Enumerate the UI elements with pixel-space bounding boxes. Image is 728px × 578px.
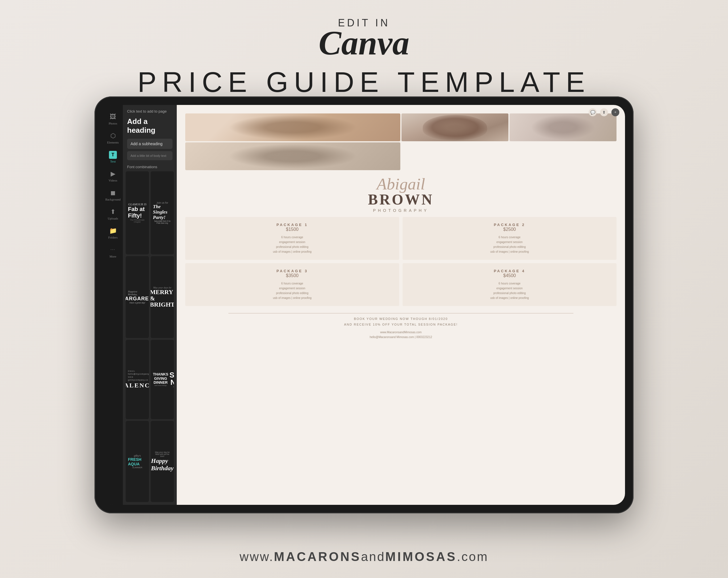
photographer-name: Abigail BROWN PHOTOGRAPHY [368, 176, 434, 213]
footer-and: and [361, 550, 385, 563]
fc-thanks-main: THANKSGIVINGDINNER [153, 372, 168, 385]
package-1-price: $1500 [191, 227, 393, 232]
fc-valence-small: EMAILhello@mycompany.comWEBgetmycompany.… [128, 370, 147, 382]
sidebar-item-photos[interactable]: 🖼 Photos [104, 111, 122, 127]
fc-fab-sub: The Penultimate Chapter [128, 219, 147, 223]
photo-overlay-4 [185, 142, 400, 170]
package-card-3: PACKAGE 3 $3500 6 hours coverageengageme… [185, 263, 399, 306]
add-body-button[interactable]: Add a little bit of body text [127, 151, 173, 160]
photo-person-1 [228, 115, 358, 140]
sidebar-item-videos[interactable]: ▶ Videos [104, 167, 122, 184]
font-combo-merry[interactable]: May your days be MERRY& BRIGHT [151, 256, 174, 338]
canvas-content: Abigail BROWN PHOTOGRAPHY PACKAGE 1 $150… [177, 105, 625, 505]
photo-overlay-3 [510, 113, 617, 141]
sidebar-item-background[interactable]: ◼ Background [104, 187, 122, 203]
fc-valence-main: VALENCE [126, 382, 149, 389]
font-combo-fresh-aqua[interactable]: gilby's FRESH AQUA SUMMER [126, 421, 149, 502]
font-combinations-label: Font combinations [123, 161, 177, 171]
comment-icon[interactable]: 💬 [589, 108, 597, 116]
promo-line-1: BOOK YOUR WEDDING NOW THOUGH 8/01/2020 [354, 317, 448, 320]
add-icon[interactable]: + [612, 108, 619, 116]
font-combos-grid: GLAMOUR IS Fab at Fifty! The Penultimate… [123, 171, 177, 505]
fc-singles-main: The Singles Party! [153, 204, 172, 220]
videos-icon: ▶ [109, 170, 117, 178]
package-3-details: 6 hours coverageengagement sessionprofes… [191, 281, 393, 300]
promo-line-2: AND RECEIVE 10% OFF YOUR TOTAL SESSION P… [344, 323, 458, 326]
fc-fresh-sub: SUMMER [132, 466, 142, 469]
fc-merry-main: MERRY& BRIGHT [151, 289, 174, 308]
font-combo-fab-fifty[interactable]: GLAMOUR IS Fab at Fifty! The Penultimate… [126, 171, 149, 255]
text-label: Text [110, 160, 115, 163]
folders-icon: 📁 [109, 227, 117, 235]
share-icon[interactable]: ⬆ [600, 108, 608, 116]
tablet-wrapper: 🖼 Photos ⬡ Elements T Text ▶ Videos [95, 97, 633, 513]
package-4-price: $4500 [408, 273, 611, 278]
footer-mimosas: MIMOSAS [385, 550, 457, 563]
fc-fresh-small: gilby's [134, 454, 141, 457]
photo-grid [185, 113, 617, 170]
photos-label: Photos [109, 122, 117, 125]
sidebar-panel: Click text to add to page Add a heading … [123, 105, 177, 505]
tablet-inner: 🖼 Photos ⬡ Elements T Text ▶ Videos [103, 105, 625, 505]
packages-grid: PACKAGE 1 $1500 6 hours coverageengageme… [185, 217, 617, 306]
photos-icon: 🖼 [109, 113, 117, 121]
photo-person-3 [531, 115, 595, 140]
fc-steak-main: STEAKNIGHT [170, 371, 174, 386]
photo-1 [185, 113, 400, 141]
canva-logo: Canva [0, 26, 728, 60]
add-heading-button[interactable]: Add a heading [123, 116, 177, 137]
sidebar-item-more[interactable]: ··· More [104, 244, 122, 260]
photographer-serif-name: BROWN [368, 192, 434, 207]
fc-fresh-main: FRESH AQUA [128, 457, 147, 466]
footer-macarons: MACARONS [274, 550, 361, 563]
tablet-outer: 🖼 Photos ⬡ Elements T Text ▶ Videos [95, 97, 633, 513]
package-4-details: 6 hours coverageengagement sessionprofes… [408, 281, 611, 300]
sidebar-item-elements[interactable]: ⬡ Elements [104, 130, 122, 146]
fc-happy-small: May your day be filled with all the love… [153, 451, 172, 457]
bottom-footer: www.MACARONSandMIMOSAS.com [0, 550, 728, 564]
photo-person-4 [228, 144, 358, 169]
package-4-name: PACKAGE 4 [408, 269, 611, 273]
fc-margaret-main: MARGARET! [126, 296, 149, 302]
sidebar-item-folders[interactable]: 📁 Folders [104, 225, 122, 241]
font-combo-margaret[interactable]: Happiest Birthday, MARGARET! Have a grea… [126, 256, 149, 338]
photo-2 [401, 113, 509, 141]
background-label: Background [105, 198, 121, 201]
photo-overlay-2 [401, 113, 509, 141]
package-3-price: $3500 [191, 273, 393, 278]
package-1-details: 6 hours coverageengagement sessionprofes… [191, 235, 393, 254]
photographer-script-name: Abigail [368, 176, 434, 192]
package-card-1: PACKAGE 1 $1500 6 hours coverageengageme… [185, 217, 399, 260]
sidebar: 🖼 Photos ⬡ Elements T Text ▶ Videos [103, 105, 177, 505]
font-combo-happy-birthday[interactable]: May your day be filled with all the love… [151, 421, 174, 502]
photo-4 [185, 142, 400, 170]
add-subheading-button[interactable]: Add a subheading [127, 139, 173, 149]
contact: hello@Macaronsand Mimosas.com | 00032232… [370, 335, 432, 340]
fc-fab-small: GLAMOUR IS [128, 203, 147, 206]
font-combo-steak-night[interactable]: THANKSGIVINGDINNER and more things STEAK… [151, 340, 174, 419]
photo-overlay-1 [185, 113, 400, 141]
uploads-icon: ⬆ [109, 208, 117, 216]
more-label: More [109, 255, 116, 258]
elements-label: Elements [107, 141, 119, 144]
folders-label: Folders [108, 236, 118, 239]
sidebar-item-text[interactable]: T Text [104, 149, 122, 165]
text-icon: T [109, 151, 117, 159]
package-card-2: PACKAGE 2 $2500 6 hours coverageengageme… [402, 217, 617, 260]
fc-singles-sub: Saturday from 9 to Pete and Joy [153, 220, 172, 224]
videos-label: Videos [109, 179, 118, 182]
fc-thanks-sub: and more things [153, 385, 168, 386]
contact-info: www.MacaronsandMimosas.com hello@Macaron… [370, 330, 432, 340]
fc-fab-main: Fab at Fifty! [128, 206, 147, 219]
sidebar-item-uploads[interactable]: ⬆ Uploads [104, 206, 122, 222]
footer-text: www.MACARONSandMIMOSAS.com [0, 550, 728, 564]
canvas-area: 💬 ⬆ + [177, 105, 625, 505]
more-icon: ··· [109, 246, 117, 254]
font-combo-valence[interactable]: EMAILhello@mycompany.comWEBgetmycompany.… [126, 340, 149, 419]
font-combo-singles[interactable]: Join us for The Singles Party! Saturday … [151, 171, 174, 255]
click-to-add-text: Click text to add to page [123, 105, 177, 116]
package-2-details: 6 hours coverageengagement sessionprofes… [408, 235, 611, 254]
photo-person-2 [423, 115, 487, 140]
package-1-name: PACKAGE 1 [191, 222, 393, 227]
fc-margaret-small: Happiest Birthday, [128, 290, 147, 296]
